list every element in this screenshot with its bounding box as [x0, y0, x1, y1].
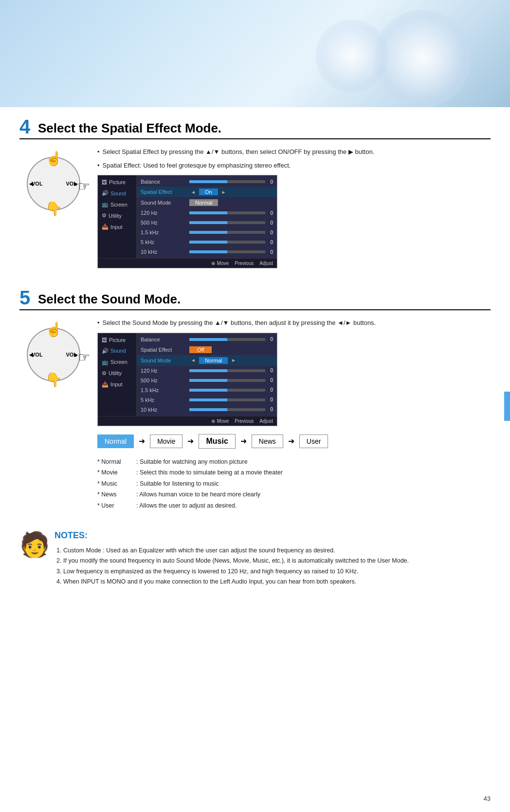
soundmode-label-4: Sound Mode: [141, 200, 189, 206]
desc-user: * User : Allows the user to adjust as de…: [97, 500, 491, 511]
section-4-illustration: VOL VOL ◄ ► ☝ ☞ 👇: [19, 147, 88, 268]
menu-row-soundmode-5: Sound Mode ◄ Normal ►: [137, 355, 277, 366]
mode-movie[interactable]: Movie: [150, 434, 182, 448]
mode-user[interactable]: User: [299, 434, 328, 448]
adjust-label-4: Adjust: [259, 261, 273, 266]
page-tab: [504, 392, 510, 421]
mode-news[interactable]: News: [252, 434, 283, 448]
balance-bar-5: 0: [189, 337, 273, 342]
mode-music[interactable]: Music: [199, 434, 235, 449]
picture-icon-4: 🖼: [102, 179, 107, 185]
notes-body: 🧑 NOTES: Custom Mode : Used as an Equali…: [19, 530, 491, 587]
hz500-bar-4: 0: [189, 220, 273, 226]
soundmode-label-5: Sound Mode: [141, 358, 189, 363]
khz10-bar-4: 0: [189, 249, 273, 255]
hz500-label-4: 500 Hz: [141, 220, 189, 226]
section-5-body: VOL VOL ◄ ► ☝ ☞ 👇 Select the Sound Mode …: [19, 318, 491, 511]
remote-control-4: VOL VOL ◄ ► ☝ ☞ 👇: [22, 152, 85, 220]
menu-5-sidebar: 🖼 Picture 🔊 Sound 📺 Screen: [98, 333, 137, 416]
section-4-bullet-1: Select Spatial Effect by pressing the ▲/…: [97, 147, 491, 157]
balance-value-5: 0: [267, 337, 273, 342]
notes-header: NOTES:: [55, 530, 409, 541]
desc-movie: * Movie : Select this mode to simulate b…: [97, 467, 491, 478]
hz120-bar-4: 0: [189, 210, 273, 216]
desc-music: * Music : Suitable for listening to musi…: [97, 478, 491, 490]
menu-row-spatial-4: Spatial Effect ◄ On ►: [137, 187, 277, 197]
desc-user-val: : Allows the user to adjust as desired.: [136, 500, 491, 511]
khz15-bar-5: 0: [189, 387, 273, 393]
screen-icon-4: 📺: [102, 201, 109, 208]
hand-bottom-icon-5: 👇: [45, 372, 62, 388]
menu-5-footer: ⊕ Move Previous Adjust: [98, 416, 277, 426]
notes-section: 🧑 NOTES: Custom Mode : Used as an Equali…: [19, 526, 491, 587]
sound-mode-options: Normal ➜ Movie ➜ Music ➜ News ➜ User: [97, 434, 491, 449]
sidebar-input-4: 📥 Input: [98, 221, 136, 232]
spatial-arrow-left-4: ◄: [189, 189, 197, 195]
section-4-menu: 🖼 Picture 🔊 Sound 📺 Screen: [97, 175, 277, 268]
sidebar-picture-4: 🖼 Picture: [98, 177, 136, 188]
sound-label-5: Sound: [110, 348, 126, 354]
menu-row-spatial-5: Spatial Effect Off: [137, 344, 277, 355]
spatial-val-5: Off: [189, 346, 273, 353]
section-4: 4 Select the Spatial Effect Mode. VOL VO…: [19, 117, 491, 268]
soundmode-value-4: Normal: [189, 199, 218, 206]
footer-previous-5: Previous: [235, 418, 254, 424]
sidebar-sound-5: 🔊 Sound: [98, 345, 136, 357]
khz10-bar-5: 0: [189, 407, 273, 412]
desc-movie-val: : Select this mode to simulate being at …: [136, 467, 491, 478]
spatial-off-value-5: Off: [189, 346, 212, 353]
section-5-bullet-1: Select the Sound Mode by pressing the ▲/…: [97, 318, 491, 328]
section-4-bullet-2: Spatial Effect: Used to feel grotesque b…: [97, 161, 491, 170]
desc-news-key: * News: [97, 489, 136, 500]
menu-row-10khz-5: 10 kHz 0: [137, 405, 277, 415]
arrow-3-icon: ➜: [240, 436, 247, 446]
footer-move-4: ⊕ Move: [211, 261, 229, 266]
notes-character-icon: 🧑: [19, 531, 50, 558]
menu-4-content: Balance 0 Spatial Effect ◄: [137, 175, 277, 258]
khz5-progress-5: [189, 398, 265, 401]
khz15-bar-4: 0: [189, 230, 273, 235]
hz500-label-5: 500 Hz: [141, 378, 189, 383]
move-icon-5: ⊕: [211, 418, 215, 424]
menu-row-5khz-5: 5 kHz 0: [137, 395, 277, 405]
menu-4-row: 🖼 Picture 🔊 Sound 📺 Screen: [98, 175, 277, 258]
section-5-header: 5 Select the Sound Mode.: [19, 288, 491, 310]
mode-descriptions: * Normal : Suitable for watching any mot…: [97, 456, 491, 511]
arrow-left-icon: ◄: [28, 180, 35, 188]
input-label-4: Input: [110, 224, 122, 230]
balance-progress-4: [189, 180, 265, 183]
khz10-label-4: 10 kHz: [141, 249, 189, 255]
notes-content: NOTES: Custom Mode : Used as an Equalize…: [55, 530, 409, 587]
arrow-left-icon-5: ◄: [28, 351, 35, 359]
menu-row-120hz-4: 120 Hz 0: [137, 208, 277, 218]
section-5-menu: 🖼 Picture 🔊 Sound 📺 Screen: [97, 333, 277, 426]
spatial-on-value-4: On: [199, 189, 218, 195]
notes-list: Custom Mode : Used as an Equalizer with …: [55, 546, 409, 587]
hz120-value-5: 0: [267, 368, 273, 373]
balance-value-4: 0: [267, 179, 273, 185]
menu-row-500hz-4: 500 Hz 0: [137, 218, 277, 227]
khz5-value-5: 0: [267, 397, 273, 402]
khz15-value-5: 0: [267, 387, 273, 393]
desc-news: * News : Allows human voice to be heard …: [97, 489, 491, 500]
khz5-label-5: 5 kHz: [141, 397, 189, 403]
arrow-2-icon: ➜: [187, 436, 194, 446]
footer-move-5: ⊕ Move: [211, 418, 229, 424]
spatial-label-5: Spatial Effect: [141, 347, 189, 353]
utility-label-4: Utility: [109, 213, 122, 219]
sidebar-utility-4: ⚙ Utility: [98, 210, 136, 221]
move-label-4: Move: [217, 261, 229, 266]
hz120-bar-5: 0: [189, 368, 273, 373]
menu-5-content: Balance 0 Spatial Effect Off: [137, 333, 277, 416]
sound-label-4: Sound: [110, 190, 126, 196]
menu-row-500hz-5: 500 Hz 0: [137, 376, 277, 385]
hz500-value-5: 0: [267, 378, 273, 383]
khz5-bar-4: 0: [189, 240, 273, 245]
mode-normal[interactable]: Normal: [97, 434, 134, 448]
desc-normal: * Normal : Suitable for watching any mot…: [97, 456, 491, 468]
menu-5-row: 🖼 Picture 🔊 Sound 📺 Screen: [98, 333, 277, 416]
screen-icon-5: 📺: [102, 359, 109, 365]
hand-right-icon: ☞: [78, 178, 90, 194]
utility-icon-4: ⚙: [102, 212, 107, 219]
header-background: [0, 0, 510, 107]
